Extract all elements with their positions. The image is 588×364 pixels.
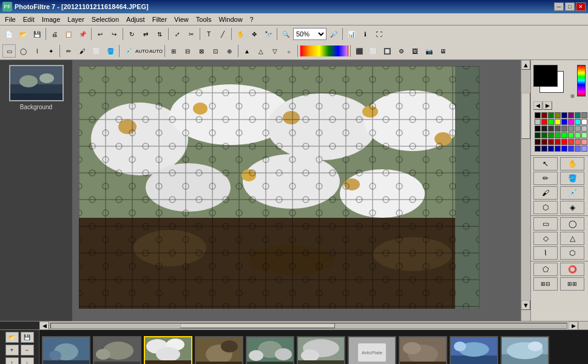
- palette-color[interactable]: [548, 139, 554, 145]
- palette-color[interactable]: [555, 139, 561, 145]
- burn-tool-button[interactable]: ◈: [560, 201, 584, 214]
- palette-color[interactable]: [548, 119, 554, 125]
- palette-color[interactable]: [535, 112, 541, 118]
- menu-file[interactable]: File: [1, 15, 19, 24]
- film-item-9[interactable]: Clou...: [501, 336, 549, 365]
- lasso-button[interactable]: ⌇: [30, 44, 44, 58]
- palette-color[interactable]: [575, 132, 581, 138]
- pointer-tool-button[interactable]: ↖: [533, 157, 558, 170]
- effect3[interactable]: ▽: [268, 44, 282, 58]
- undo-button[interactable]: ↩: [93, 27, 107, 41]
- transform4[interactable]: ⊡: [209, 44, 222, 58]
- canvas-area[interactable]: [73, 60, 521, 321]
- film-item-6[interactable]: ArticPlate ArticPlate...: [348, 336, 396, 365]
- grid-tool[interactable]: ⊞⊞: [560, 277, 584, 291]
- close-button[interactable]: ✕: [576, 2, 586, 11]
- info-button[interactable]: ℹ: [359, 27, 372, 41]
- palette-color[interactable]: [555, 146, 561, 152]
- palette-color[interactable]: [575, 139, 581, 145]
- move-button[interactable]: ✥: [248, 27, 261, 41]
- eye-dropper-button[interactable]: 💉: [121, 44, 135, 58]
- paste-button[interactable]: 📌: [76, 27, 89, 41]
- rect-shape-button[interactable]: ▭: [533, 217, 558, 231]
- fs-save-button[interactable]: 💾: [21, 332, 34, 343]
- pencil-button[interactable]: ✏: [62, 44, 75, 58]
- fullscreen-button[interactable]: ⛶: [373, 27, 386, 41]
- film-item-7[interactable]: ArticPlate...: [399, 336, 447, 365]
- misc6[interactable]: 📷: [422, 44, 436, 58]
- auto-btn2[interactable]: AUTO: [149, 44, 163, 58]
- text-button[interactable]: T: [202, 27, 215, 41]
- palette-color[interactable]: [555, 132, 561, 138]
- menu-help[interactable]: ?: [246, 15, 257, 24]
- crop-button[interactable]: ✂: [184, 27, 198, 41]
- effect2[interactable]: △: [254, 44, 268, 58]
- palette-color[interactable]: [561, 126, 567, 132]
- film-item-5[interactable]: 20121101211...: [297, 336, 345, 365]
- color-prev-button[interactable]: ◀: [533, 101, 542, 110]
- print-button[interactable]: 🖨: [48, 27, 61, 41]
- fs-down-button[interactable]: ↓: [21, 357, 34, 365]
- hand-button[interactable]: ✋: [234, 27, 247, 41]
- histogram-button[interactable]: 📊: [345, 27, 358, 41]
- menu-tools[interactable]: Tools: [192, 15, 215, 24]
- reset-colors-icon[interactable]: ⊞: [570, 93, 575, 99]
- palette-color[interactable]: [555, 119, 561, 125]
- palette-color[interactable]: [581, 132, 587, 138]
- smudge-tool-button[interactable]: 🖌: [533, 186, 558, 200]
- menu-selection[interactable]: Selection: [88, 15, 123, 24]
- misc4[interactable]: ⚙: [394, 44, 408, 58]
- menu-image[interactable]: Image: [38, 15, 64, 24]
- misc2[interactable]: ⬜: [367, 44, 380, 58]
- palette-color[interactable]: [561, 146, 567, 152]
- palette-color[interactable]: [535, 119, 541, 125]
- scroll-up-button[interactable]: ▲: [521, 60, 530, 70]
- color-spectrum[interactable]: [577, 65, 586, 96]
- transform3[interactable]: ⊠: [195, 44, 208, 58]
- select-rect-button[interactable]: ▭: [2, 44, 16, 58]
- magic-wand-button[interactable]: ✦: [44, 44, 58, 58]
- zoom-in-button[interactable]: 🔎: [327, 27, 340, 41]
- menu-layer[interactable]: Layer: [64, 15, 88, 24]
- maximize-button[interactable]: □: [565, 2, 575, 11]
- palette-color[interactable]: [561, 132, 567, 138]
- eraser-button[interactable]: ⬜: [90, 44, 103, 58]
- menu-adjust[interactable]: Adjust: [123, 15, 149, 24]
- lasso-tool2-button[interactable]: ⌇: [533, 246, 558, 260]
- foreground-color-box[interactable]: [533, 65, 558, 87]
- transform5[interactable]: ⊕: [223, 44, 236, 58]
- palette-color[interactable]: [568, 119, 574, 125]
- resize-button[interactable]: ⤢: [171, 27, 184, 41]
- palette-color[interactable]: [548, 112, 554, 118]
- palette-color[interactable]: [561, 139, 567, 145]
- select-ellipse-button[interactable]: ◯: [16, 44, 30, 58]
- paint-tool-button[interactable]: 🪣: [560, 172, 584, 185]
- palette-color[interactable]: [568, 146, 574, 152]
- menu-window[interactable]: Window: [215, 15, 246, 24]
- flip-v-button[interactable]: ⇅: [153, 27, 166, 41]
- copy-button[interactable]: 📋: [62, 27, 75, 41]
- palette-color[interactable]: [535, 126, 541, 132]
- canvas-scroll[interactable]: [73, 60, 521, 321]
- menu-view[interactable]: View: [171, 15, 192, 24]
- film-item-0[interactable]: 20121101211...: [42, 336, 90, 365]
- fill-button[interactable]: 🪣: [104, 44, 117, 58]
- palette-color[interactable]: [581, 139, 587, 145]
- palette-color[interactable]: [555, 112, 561, 118]
- open-button[interactable]: 📂: [16, 27, 30, 41]
- film-item-2[interactable]: 20121101211...: [144, 336, 192, 365]
- layer-tool[interactable]: ⊞⊟: [533, 277, 558, 291]
- minimize-button[interactable]: ─: [554, 2, 564, 11]
- transform2[interactable]: ⊟: [181, 44, 194, 58]
- palette-color[interactable]: [548, 132, 554, 138]
- palette-color[interactable]: [541, 132, 547, 138]
- fs-open-button[interactable]: 📂: [5, 332, 19, 343]
- color-bar1[interactable]: [300, 46, 348, 56]
- fs-delete-button[interactable]: −: [21, 345, 34, 356]
- palette-color[interactable]: [575, 146, 581, 152]
- fs-add-button[interactable]: +: [5, 345, 19, 356]
- diamond-shape-button[interactable]: ◇: [533, 232, 558, 245]
- palette-color[interactable]: [575, 112, 581, 118]
- color-next-button[interactable]: ▶: [543, 101, 552, 110]
- palette-color[interactable]: [548, 126, 554, 132]
